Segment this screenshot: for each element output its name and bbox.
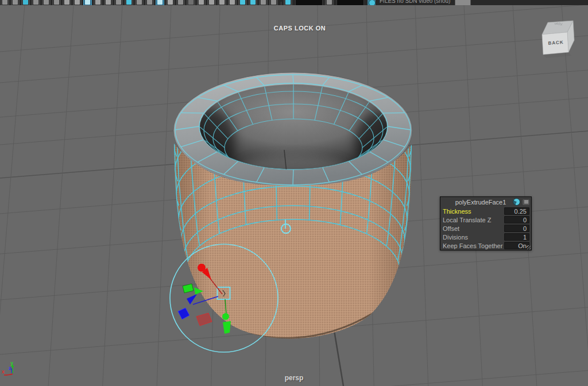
status-line-toolbar[interactable]: FILES no SDN video (shou) <box>0 0 588 5</box>
attribute-row: Keep Faces TogetherOn <box>440 241 531 250</box>
arrow-icon[interactable] <box>325 0 334 5</box>
attribute-label[interactable]: Offset <box>440 225 504 232</box>
attribute-value-field[interactable]: On <box>504 242 529 249</box>
popup-panel-header[interactable]: polyExtrudeFace1 <box>440 197 531 207</box>
attribute-row: Offset0 <box>440 224 531 233</box>
grid-display-icon[interactable] <box>156 0 164 5</box>
layout-outliner-icon[interactable] <box>228 0 237 5</box>
select-by-component-icon[interactable] <box>52 0 61 5</box>
snap-to-view-plane-icon[interactable] <box>104 0 113 5</box>
maya-application-window: { "status_line": { "info_text": "FILES n… <box>0 0 588 386</box>
attribute-value-field[interactable]: 0 <box>504 216 529 223</box>
axis-x-label: x <box>2 369 5 375</box>
symmetry-icon[interactable] <box>238 0 247 5</box>
layout-four-pane-icon[interactable] <box>207 0 216 5</box>
ipr-render-icon[interactable] <box>259 0 268 5</box>
output-connections-icon[interactable] <box>135 0 144 5</box>
snap-to-grid-icon[interactable] <box>63 0 71 5</box>
layout-single-pane-icon[interactable] <box>197 0 206 5</box>
render-settings-icon[interactable] <box>269 0 278 5</box>
render-view-icon[interactable] <box>249 0 257 5</box>
snap-to-point-icon[interactable] <box>83 0 92 5</box>
extruded-cylinder-mesh[interactable] <box>173 72 412 338</box>
status-end-box <box>455 0 471 5</box>
popup-menu-icon[interactable] <box>523 199 529 205</box>
make-live-icon[interactable] <box>114 0 123 5</box>
toolbar-separator <box>281 2 281 5</box>
attribute-row: Local Translate Z0 <box>440 215 531 224</box>
snap-to-curve-icon[interactable] <box>73 0 82 5</box>
popup-panel-title: polyExtrudeFace1 <box>440 199 513 206</box>
manipulator-plane-handle[interactable] <box>196 313 212 326</box>
attribute-value-field[interactable]: 0.25 <box>504 207 529 215</box>
attribute-label[interactable]: Keep Faces Together <box>440 242 504 249</box>
attribute-label[interactable]: Thickness <box>440 208 504 215</box>
poly-extrude-popup-panel[interactable]: polyExtrudeFace1 Thickness0.25Local Tran… <box>440 196 532 250</box>
attribute-label[interactable]: Local Translate Z <box>440 217 504 223</box>
status-field-1[interactable] <box>295 0 323 5</box>
shading-icon[interactable] <box>187 0 195 5</box>
camera-icon[interactable] <box>166 0 175 5</box>
attribute-row: Divisions1 <box>440 233 531 241</box>
snap-to-projected-center-icon[interactable] <box>94 0 102 5</box>
lasso-tool-icon[interactable] <box>11 0 20 5</box>
highlighted-sphere-button[interactable] <box>368 0 376 5</box>
select-tool-icon[interactable] <box>1 0 9 5</box>
select-by-object-icon[interactable] <box>42 0 51 5</box>
input-connections-icon[interactable] <box>125 0 133 5</box>
axis-z-label: z <box>9 366 11 371</box>
status-field-2[interactable] <box>336 0 364 5</box>
status-info-text: FILES no SDN video (shou) <box>380 0 450 4</box>
attribute-value-field[interactable]: 0 <box>504 225 529 232</box>
sphere-display-icon[interactable] <box>284 0 292 5</box>
camera-name-label: persp <box>248 374 340 382</box>
paint-select-icon[interactable] <box>21 0 30 5</box>
attribute-rows: Thickness0.25Local Translate Z0Offset0Di… <box>440 207 531 250</box>
select-by-hierarchy-icon[interactable] <box>32 0 40 5</box>
viewport-canvas[interactable] <box>0 0 588 386</box>
layout-split-icon[interactable] <box>218 0 226 5</box>
history-toggle-icon[interactable] <box>145 0 154 5</box>
caps-lock-indicator: CAPS LOCK ON <box>248 25 351 32</box>
light-icon[interactable] <box>176 0 185 5</box>
attribute-row: Thickness0.25 <box>440 207 531 215</box>
node-state-icon[interactable] <box>513 198 520 206</box>
attribute-label[interactable]: Divisions <box>440 234 504 241</box>
attribute-value-field[interactable]: 1 <box>504 233 529 241</box>
panel-resize-grip[interactable] <box>527 245 531 249</box>
